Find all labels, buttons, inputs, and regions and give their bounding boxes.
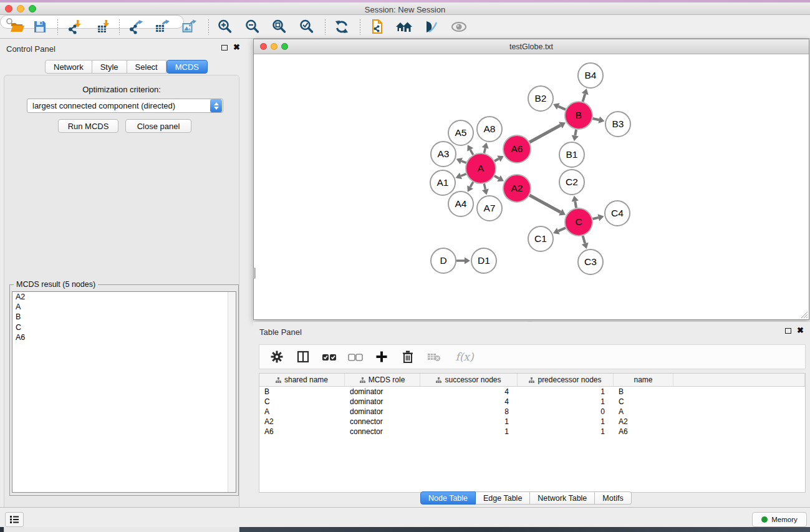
graph-node-B1[interactable]: B1 — [559, 142, 584, 167]
edge-C-C2[interactable] — [575, 201, 576, 208]
import-network-icon[interactable] — [65, 18, 84, 36]
table-cell[interactable]: 1 — [518, 417, 614, 427]
table-cell[interactable] — [673, 407, 805, 417]
table-row[interactable]: Adominator80A — [259, 407, 805, 417]
edge-A-A4[interactable] — [470, 182, 473, 187]
table-cell[interactable]: dominator — [345, 387, 420, 397]
edge-B-B2[interactable] — [558, 107, 566, 110]
table-cell[interactable] — [673, 387, 805, 397]
tab-edge-table[interactable]: Edge Table — [476, 491, 530, 505]
window-edge-handle[interactable] — [253, 268, 256, 279]
export-image-icon[interactable] — [180, 18, 198, 36]
column-header-predecessor-nodes[interactable]: predecessor nodes — [518, 374, 614, 386]
save-session-icon[interactable] — [31, 18, 49, 36]
table-cell[interactable]: 1 — [420, 427, 518, 437]
table-cell[interactable]: A2 — [259, 417, 345, 427]
edge-C-C4[interactable] — [592, 218, 598, 219]
edge-A6-B[interactable] — [529, 125, 561, 142]
table-cell[interactable]: C — [259, 397, 345, 407]
mcds-result-item[interactable]: C — [12, 322, 236, 332]
table-cell[interactable] — [673, 417, 805, 427]
close-panel-icon[interactable]: ✖ — [797, 327, 804, 334]
graph-node-C1[interactable]: C1 — [528, 226, 553, 251]
edge-B-B1[interactable] — [575, 130, 576, 136]
zoom-selected-icon[interactable] — [297, 18, 316, 36]
graph-node-C2[interactable]: C2 — [559, 170, 584, 195]
export-network-icon[interactable] — [127, 18, 145, 36]
import-table-icon[interactable] — [94, 18, 113, 36]
table-cell[interactable]: connector — [345, 427, 420, 437]
table-cell[interactable]: connector — [345, 417, 420, 427]
mcds-result-item[interactable]: A6 — [12, 332, 236, 342]
show-graphics-details-icon[interactable] — [422, 18, 440, 36]
graph-node-C3[interactable]: C3 — [578, 249, 603, 274]
graph-node-B[interactable]: B — [565, 102, 592, 129]
table-cell[interactable]: A — [259, 407, 345, 417]
table-cell[interactable]: A6 — [259, 427, 345, 437]
graph-node-A6[interactable]: A6 — [503, 135, 531, 163]
table-cell[interactable]: 4 — [420, 397, 518, 407]
edge-A-A2[interactable] — [494, 176, 499, 178]
close-panel-icon[interactable]: ✖ — [233, 44, 240, 51]
edge-A-A7[interactable] — [484, 183, 485, 189]
table-row[interactable]: Cdominator41C — [259, 397, 805, 407]
table-cell[interactable]: A — [614, 407, 673, 417]
graph-node-B2[interactable]: B2 — [528, 86, 553, 111]
table-cell[interactable]: B — [259, 387, 345, 397]
zoom-fit-icon[interactable] — [270, 18, 289, 36]
table-cell[interactable]: 1 — [518, 387, 614, 397]
open-file-icon[interactable] — [8, 18, 27, 36]
add-column-icon[interactable] — [373, 348, 390, 365]
gear-icon[interactable] — [268, 348, 286, 365]
edge-A-A8[interactable] — [484, 148, 485, 153]
table-cell[interactable]: 1 — [518, 397, 614, 407]
zoom-out-icon[interactable] — [243, 18, 262, 36]
tab-network[interactable]: Network — [45, 60, 92, 74]
run-mcds-button[interactable]: Run MCDS — [58, 119, 118, 133]
graph-node-A1[interactable]: A1 — [430, 170, 455, 195]
graph-node-A7[interactable]: A7 — [477, 196, 502, 221]
mcds-result-item[interactable]: B — [12, 312, 236, 322]
edge-B-B4[interactable] — [583, 94, 586, 102]
refresh-icon[interactable] — [332, 18, 351, 36]
float-panel-icon[interactable] — [785, 328, 791, 334]
table-cell[interactable]: 1 — [420, 417, 518, 427]
close-panel-button[interactable]: Close panel — [125, 119, 191, 133]
node-table[interactable]: shared nameMCDS rolesuccessor nodesprede… — [259, 373, 806, 493]
network-window-titlebar[interactable]: testGlobe.txt — [254, 39, 809, 54]
graph-node-A4[interactable]: A4 — [448, 191, 473, 216]
table-cell[interactable] — [673, 397, 805, 407]
graph-node-A3[interactable]: A3 — [431, 142, 456, 167]
table-cell[interactable]: B — [614, 387, 673, 397]
graph-node-B4[interactable]: B4 — [578, 63, 603, 88]
table-cell[interactable]: C — [614, 397, 673, 407]
tab-select[interactable]: Select — [127, 60, 166, 74]
edge-A-A3[interactable] — [461, 161, 466, 163]
column-header-shared-name[interactable]: shared name — [259, 374, 345, 386]
edge-A2-C[interactable] — [529, 195, 561, 212]
table-row[interactable]: A6connector11A6 — [259, 427, 805, 437]
new-network-from-file-icon[interactable] — [368, 18, 387, 36]
tab-motifs[interactable]: Motifs — [595, 491, 631, 505]
graph-node-A2[interactable]: A2 — [503, 175, 531, 202]
table-cell[interactable]: 0 — [518, 407, 614, 417]
graph-node-D1[interactable]: D1 — [471, 248, 496, 273]
edge-C-C1[interactable] — [558, 228, 566, 231]
table-row[interactable]: A2connector11A2 — [259, 417, 805, 427]
table-cell[interactable]: 1 — [518, 427, 614, 437]
home-icon[interactable] — [395, 18, 413, 36]
column-layout-icon[interactable] — [294, 348, 312, 365]
memory-button[interactable]: Memory — [752, 512, 807, 527]
graph-node-C4[interactable]: C4 — [605, 201, 630, 226]
column-header-MCDS-role[interactable]: MCDS role — [345, 374, 420, 386]
clear-checkboxes-icon[interactable] — [347, 348, 364, 365]
task-history-button[interactable] — [5, 512, 24, 527]
table-cell[interactable]: dominator — [345, 397, 420, 407]
edge-B-B3[interactable] — [592, 118, 599, 120]
tab-style[interactable]: Style — [92, 60, 127, 74]
float-panel-icon[interactable] — [221, 45, 228, 51]
graph-node-B3[interactable]: B3 — [605, 112, 630, 137]
tab-network-table[interactable]: Network Table — [530, 491, 595, 505]
table-row[interactable]: Bdominator41B — [259, 387, 805, 397]
graph-node-A8[interactable]: A8 — [477, 117, 502, 142]
